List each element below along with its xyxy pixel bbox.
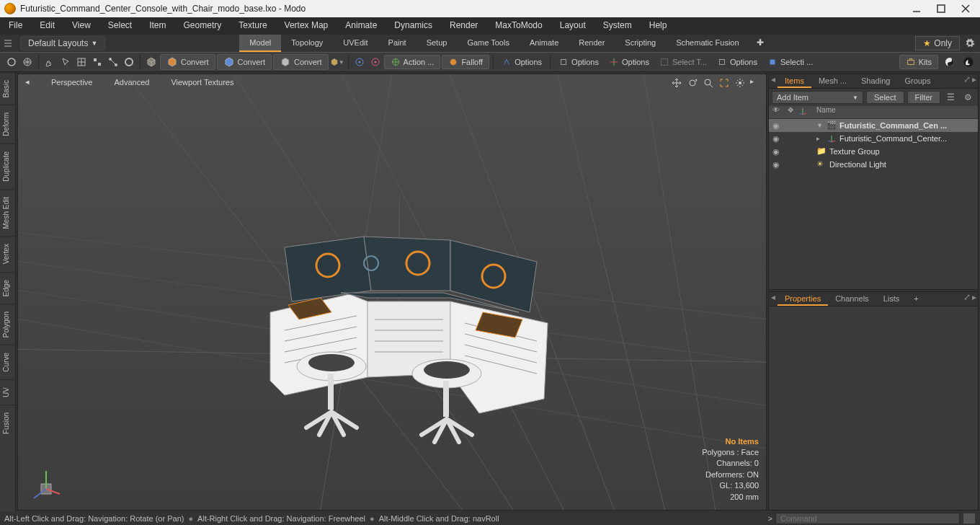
menu-system[interactable]: System: [594, 17, 641, 35]
vtab-edge[interactable]: Edge: [0, 272, 15, 304]
ying-yang-icon[interactable]: [943, 55, 957, 69]
vtab-uv[interactable]: UV: [0, 379, 15, 405]
command-input[interactable]: [775, 513, 960, 524]
tab-schematicfusion[interactable]: Schematic Fusion: [666, 35, 749, 52]
rotate-icon[interactable]: [687, 77, 698, 89]
convert1-button[interactable]: Convert: [160, 54, 215, 70]
options4-button[interactable]: Options: [713, 56, 762, 69]
viewport-advanced[interactable]: Advanced: [114, 77, 149, 87]
fit-icon[interactable]: [718, 77, 730, 89]
add-item-dropdown[interactable]: Add Item▼: [772, 91, 863, 104]
col-eye-icon[interactable]: 👁: [769, 106, 783, 118]
menu-layout[interactable]: Layout: [551, 17, 594, 35]
tree-row-light[interactable]: ◉ ☀Directional Light: [769, 158, 978, 171]
axis-gizmo[interactable]: [27, 467, 61, 501]
tab-topology[interactable]: Topology: [281, 35, 333, 52]
col-name[interactable]: Name: [812, 106, 978, 118]
select-button[interactable]: Select: [866, 91, 904, 104]
action-button[interactable]: Action ...: [384, 55, 441, 69]
grid-icon[interactable]: [74, 55, 89, 69]
vtab-curve[interactable]: Curve: [0, 345, 15, 379]
panel-min-icon[interactable]: ⤢: [963, 292, 971, 306]
vp-dropdown-icon[interactable]: ▸: [750, 77, 762, 89]
move-icon[interactable]: [671, 77, 682, 89]
panel-tab-mesh[interactable]: Mesh ...: [811, 74, 854, 88]
viewport-textures[interactable]: Viewport Textures: [171, 77, 233, 87]
layout-preset-dropdown[interactable]: Default Layouts ▼: [20, 36, 105, 50]
vtab-fusion[interactable]: Fusion: [0, 405, 15, 441]
select-t-button[interactable]: Select T...: [655, 56, 711, 69]
tab-gametools[interactable]: Game Tools: [457, 35, 520, 52]
tab-add[interactable]: ✚: [749, 35, 771, 52]
tab-scripting[interactable]: Scripting: [615, 35, 666, 52]
panel-gear-icon[interactable]: ⚙: [961, 91, 975, 104]
cube2-icon[interactable]: ▼: [330, 55, 344, 69]
menu-animate[interactable]: Animate: [337, 17, 386, 35]
menu-item[interactable]: Item: [141, 17, 174, 35]
eye-icon[interactable]: ◉: [769, 134, 783, 144]
eye-icon[interactable]: ◉: [769, 160, 783, 169]
options1-button[interactable]: Options: [497, 56, 546, 69]
col-axes-icon[interactable]: [798, 106, 812, 118]
panel-menu-icon[interactable]: ▸: [972, 74, 976, 88]
vtab-vertex[interactable]: Vertex: [0, 236, 15, 271]
tree-row-texgroup[interactable]: ◉ 📁Texture Group: [769, 145, 978, 158]
close-button[interactable]: [961, 4, 970, 13]
menu-edit[interactable]: Edit: [31, 17, 63, 35]
options2-button[interactable]: Options: [554, 56, 603, 69]
panel-collapse[interactable]: ◂: [769, 74, 778, 88]
filter-button[interactable]: Filter: [907, 91, 940, 104]
panel-hamburger-icon[interactable]: ☰: [943, 91, 958, 104]
unreal-icon[interactable]: [961, 55, 976, 69]
hamburger-icon[interactable]: [0, 35, 16, 52]
vtab-polygon[interactable]: Polygon: [0, 304, 15, 345]
kits-button[interactable]: Kits: [899, 55, 938, 69]
panel-tab-groups[interactable]: Groups: [897, 74, 937, 88]
menu-file[interactable]: File: [0, 17, 31, 35]
pen-icon[interactable]: [43, 55, 57, 69]
selecti-button[interactable]: Selecti ...: [763, 56, 817, 69]
panel-tab-shading[interactable]: Shading: [854, 74, 897, 88]
only-toggle[interactable]: ★ Only: [915, 36, 960, 50]
tree-row-scene[interactable]: ◉ ▼🎬Futuristic_Command_Cen ...: [769, 119, 978, 132]
options3-button[interactable]: Options: [605, 56, 654, 69]
zoom-icon[interactable]: [703, 77, 714, 89]
cube1-icon[interactable]: [144, 55, 159, 69]
globe-icon[interactable]: [20, 55, 35, 69]
target1-icon[interactable]: [352, 55, 367, 69]
viewport-collapse[interactable]: ◂: [25, 77, 30, 87]
menu-select[interactable]: Select: [99, 17, 141, 35]
panel-collapse[interactable]: ◂: [769, 292, 778, 306]
falloff-button[interactable]: Falloff: [442, 55, 489, 69]
eye-icon[interactable]: ◉: [769, 147, 783, 156]
menu-dynamics[interactable]: Dynamics: [386, 17, 441, 35]
eye-icon[interactable]: ◉: [769, 121, 783, 131]
vp-gear-icon[interactable]: [734, 77, 746, 89]
tab-uvedit[interactable]: UVEdit: [333, 35, 378, 52]
vtab-deform[interactable]: Deform: [0, 105, 15, 144]
gear-icon[interactable]: [964, 38, 976, 49]
maximize-button[interactable]: [937, 4, 945, 13]
vtab-duplicate[interactable]: Duplicate: [0, 144, 15, 189]
snap-icon[interactable]: [90, 55, 104, 69]
col-move-icon[interactable]: ✥: [783, 106, 798, 118]
panel-min-icon[interactable]: ⤢: [963, 74, 971, 88]
path-icon[interactable]: [106, 55, 120, 69]
menu-view[interactable]: View: [63, 17, 99, 35]
menu-vertexmap[interactable]: Vertex Map: [276, 17, 337, 35]
panel-menu-icon[interactable]: ▸: [972, 292, 976, 306]
vtab-meshedit[interactable]: Mesh Edit: [0, 189, 15, 236]
tab-setup[interactable]: Setup: [416, 35, 458, 52]
ring-icon[interactable]: [122, 55, 136, 69]
convert3-button[interactable]: Convert: [273, 54, 329, 70]
panel-tab-channels[interactable]: Channels: [828, 292, 876, 306]
menu-render[interactable]: Render: [441, 17, 486, 35]
cursor-icon[interactable]: [58, 55, 73, 69]
viewport-perspective[interactable]: Perspective: [51, 77, 92, 87]
viewport-3d[interactable]: ◂ Perspective Advanced Viewport Textures…: [17, 74, 767, 511]
tab-model[interactable]: Model: [239, 35, 281, 52]
tab-paint[interactable]: Paint: [378, 35, 416, 52]
menu-help[interactable]: Help: [641, 17, 676, 35]
circle-icon[interactable]: [4, 55, 19, 69]
tab-animate[interactable]: Animate: [520, 35, 569, 52]
